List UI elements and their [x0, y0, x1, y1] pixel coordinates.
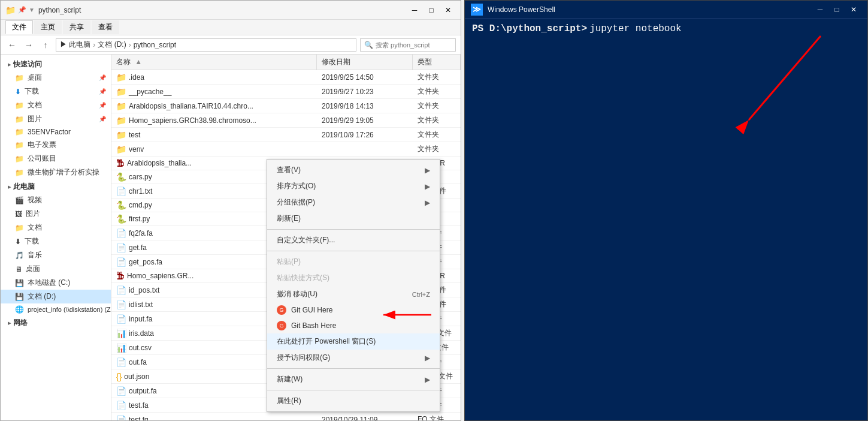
sidebar-item-company[interactable]: 📁 公司账目 [1, 152, 111, 166]
menu-arrow: ▶ [425, 354, 430, 362]
sidebar-section-quick-access[interactable]: 快速访问 [1, 57, 111, 71]
menu-item[interactable]: 授予访问权限(G) ▶ [267, 350, 440, 366]
menu-item[interactable]: 属性(R) [267, 393, 440, 409]
menu-arrow: ▶ [425, 166, 430, 175]
sidebar-item-pictures[interactable]: 📁 图片 📌 [1, 112, 111, 126]
sidebar-item-z-drive[interactable]: 🌐 project_info (\\diskstation) (Z:) [1, 303, 111, 315]
menu-item-left: G Git GUI Here [277, 305, 332, 315]
sidebar-item-micro[interactable]: 📁 微生物扩增子分析实操 [1, 166, 111, 179]
up-button[interactable]: ↑ [39, 38, 52, 52]
sidebar-section-this-pc[interactable]: 此电脑 [1, 179, 111, 193]
tab-file[interactable]: 文件 [5, 20, 33, 34]
menu-item-left: G Git Bash Here [277, 321, 336, 330]
close-button[interactable]: ✕ [440, 4, 456, 16]
file-row[interactable]: 📄 test.fq 2019/10/29 11:09 FQ 文件 [111, 413, 461, 420]
sidebar-section-network[interactable]: 网络 [1, 315, 111, 329]
menu-item[interactable]: 排序方式(O) ▶ [267, 178, 440, 194]
images-icon: 🖼 [15, 210, 22, 218]
file-row[interactable]: 📁 test 2019/10/9 17:26 文件夹 [111, 128, 461, 142]
drive-icon-d: 💾 [15, 293, 24, 301]
sidebar-item-docs[interactable]: 📁 文档 📌 [1, 98, 111, 112]
sidebar-item-music[interactable]: 🎵 音乐 [1, 248, 111, 262]
menu-item-left: 刷新(E) [277, 213, 301, 224]
menu-label: 查看(V) [277, 165, 301, 175]
menu-item[interactable]: 新建(W) ▶ [267, 371, 440, 387]
docs-icon: 📁 [15, 101, 24, 110]
ps-maximize-button[interactable]: □ [829, 4, 845, 16]
file-cell-type: 文件夹 [413, 99, 461, 113]
sidebar-item-video[interactable]: 🎬 视频 [1, 193, 111, 207]
file-name: out.json [124, 372, 149, 381]
minimize-button[interactable]: ─ [407, 4, 422, 16]
title-bar: 📁 📌 ▼ python_script ─ □ ✕ [1, 1, 461, 20]
sidebar-item-35env[interactable]: 📁 35ENVFactor [1, 126, 111, 138]
tab-share[interactable]: 共享 [63, 20, 90, 34]
search-input[interactable] [376, 41, 452, 49]
git-icon: G [277, 305, 286, 315]
menu-item-left: 粘贴(P) [277, 257, 301, 267]
file-row[interactable]: 📁 Arabidopsis_thaliana.TAIR10.44.chro...… [111, 99, 461, 113]
file-name: fq2fa.fa [129, 229, 153, 237]
menu-separator [267, 251, 440, 251]
sort-arrow: ▲ [135, 58, 142, 66]
back-button[interactable]: ← [5, 38, 19, 52]
col-type[interactable]: 类型 [413, 55, 461, 70]
forward-button[interactable]: → [22, 38, 35, 52]
ps-window-controls: ─ □ ✕ [812, 4, 861, 16]
ps-minimize-button[interactable]: ─ [812, 4, 828, 16]
file-name: test.fq [129, 416, 149, 421]
menu-item[interactable]: 刷新(E) [267, 210, 440, 227]
file-cell-name: 📄 test.fq [111, 413, 317, 420]
file-icon: 📊 [116, 329, 126, 338]
sidebar-item-invoice[interactable]: 📁 电子发票 [1, 138, 111, 152]
file-cell-type: 文件夹 [413, 70, 461, 84]
tab-home[interactable]: 主页 [34, 20, 62, 34]
menu-label: 授予访问权限(G) [277, 353, 330, 363]
path-sep-1: › [93, 41, 95, 49]
ps-close-button[interactable]: ✕ [846, 4, 861, 16]
tab-view[interactable]: 查看 [92, 20, 119, 34]
file-name: out.csv [129, 344, 152, 352]
address-path[interactable]: ▶ 此电脑 › 文档 (D:) › python_script [56, 38, 356, 52]
menu-item[interactable]: 撤消 移动(U) Ctrl+Z [267, 286, 440, 302]
ps-app-icon: ≫ [471, 4, 483, 16]
menu-item[interactable]: 粘贴(P) [267, 254, 440, 270]
menu-item[interactable]: 自定义文件夹(F)... [267, 232, 440, 248]
file-icon: 📊 [116, 343, 126, 353]
sidebar-item-download[interactable]: ⬇ 下载 📌 [1, 85, 111, 98]
file-cell-name: 📁 Arabidopsis_thaliana.TAIR10.44.chro... [111, 99, 317, 113]
menu-item[interactable]: G Git Bash Here [267, 318, 440, 333]
menu-item-left: 在此处打开 Powershell 窗口(S) [277, 336, 376, 347]
sidebar-item-downloads[interactable]: ⬇ 下载 [1, 234, 111, 248]
menu-item[interactable]: 分组依据(P) ▶ [267, 194, 440, 210]
menu-item[interactable]: 查看(V) ▶ [267, 162, 440, 178]
sidebar-item-d-drive[interactable]: 💾 文档 (D:) [1, 290, 111, 303]
sidebar-item-images[interactable]: 🖼 图片 [1, 207, 111, 221]
file-cell-modified: 2019/9/18 14:13 [317, 99, 413, 113]
search-box[interactable]: 🔍 [360, 38, 456, 52]
file-icon: 📄 [116, 415, 126, 421]
pin-icon-4: 📌 [99, 116, 106, 122]
file-row[interactable]: 📁 venv 文件夹 [111, 142, 461, 157]
sidebar-item-desktop[interactable]: 📁 桌面 📌 [1, 71, 111, 85]
file-icon: 📄 [116, 300, 126, 309]
sidebar-item-desk[interactable]: 🖥 桌面 [1, 262, 111, 276]
sidebar-item-documents[interactable]: 📁 文档 [1, 221, 111, 234]
col-modified[interactable]: 修改日期 [317, 55, 413, 70]
menu-label: Git Bash Here [291, 321, 336, 330]
maximize-button[interactable]: □ [424, 4, 439, 16]
path-segment-pc: ▶ 此电脑 [60, 40, 90, 50]
sidebar: 快速访问 📁 桌面 📌 ⬇ 下载 📌 📁 文档 📌 📁 图片 📌 [1, 55, 111, 420]
file-name: Arabidopsis_thalia... [127, 159, 192, 167]
file-name: input.fa [129, 315, 152, 323]
file-row[interactable]: 📁 Homo_sapiens.GRCh38.98.chromoso... 201… [111, 113, 461, 128]
file-cell-type: 文件夹 [413, 85, 461, 98]
file-row[interactable]: 📁 __pycache__ 2019/9/27 10:23 文件夹 [111, 85, 461, 99]
file-row[interactable]: 📁 .idea 2019/9/25 14:50 文件夹 [111, 70, 461, 85]
menu-item[interactable]: G Git GUI Here [267, 302, 440, 318]
file-name: test [129, 131, 140, 139]
sidebar-item-c-drive[interactable]: 💾 本地磁盘 (C:) [1, 276, 111, 290]
menu-item[interactable]: 粘贴快捷方式(S) [267, 270, 440, 286]
menu-item[interactable]: 在此处打开 Powershell 窗口(S) [267, 333, 440, 350]
col-name[interactable]: 名称 ▲ [111, 55, 317, 70]
